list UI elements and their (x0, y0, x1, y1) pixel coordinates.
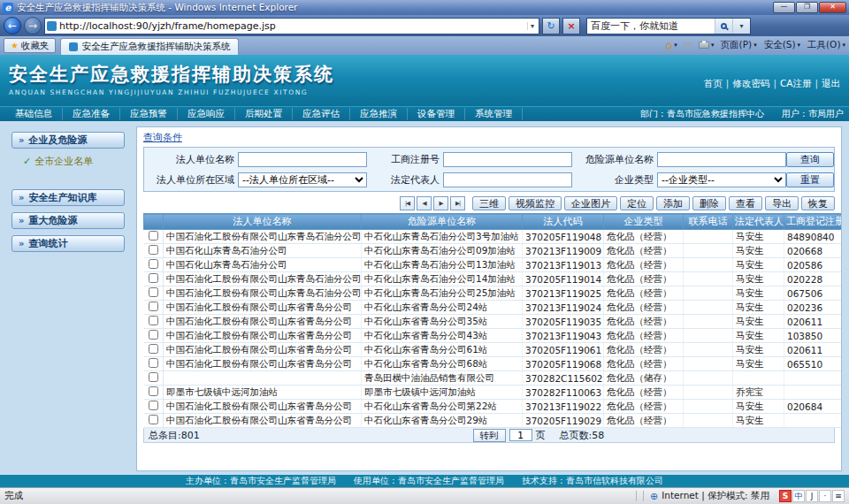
paging-button[interactable]: ▶ (433, 196, 448, 210)
cell-representative: 乔宪宝 (733, 386, 784, 400)
search-box[interactable]: ▾ (586, 18, 751, 34)
search-button[interactable] (715, 19, 732, 34)
row-checkbox[interactable] (149, 358, 158, 368)
ime-icon[interactable]: J (806, 490, 818, 502)
sidebar-item-query-statistics[interactable]: » 查询统计 (11, 235, 125, 252)
menu-item[interactable]: 应急准备 (63, 108, 120, 120)
favorites-button[interactable]: ★ 收藏夹 (4, 38, 56, 53)
hazard-name-input[interactable] (657, 152, 786, 167)
row-checkbox[interactable] (149, 330, 158, 340)
address-bar[interactable]: ▾ (44, 18, 539, 34)
row-checkbox[interactable] (149, 372, 158, 382)
row-checkbox[interactable] (149, 245, 158, 255)
toolbar-button[interactable]: 查看 (729, 196, 762, 210)
table-row: 即墨市七级镇中远河加油站 即墨市七级镇中远河加油站 370282F110063 … (144, 386, 843, 400)
toolbar-button[interactable]: 企业图片 (564, 196, 617, 210)
cell-legal-code: 370205F119068 (523, 357, 604, 371)
header-link[interactable]: 首页 (704, 78, 723, 90)
menu-item[interactable]: 系统管理 (465, 108, 523, 120)
menu-item[interactable]: 设备管理 (408, 108, 465, 120)
main-content: 查询条件 法人单位名称 工商注册号 危险源单位名称 查询 法人单位所在区域 --… (136, 126, 842, 471)
forward-button[interactable]: → (24, 17, 42, 34)
row-checkbox[interactable] (149, 316, 158, 325)
maximize-button[interactable]: ❐ (796, 2, 818, 13)
column-header: 危险源单位名称 (362, 214, 523, 230)
row-checkbox[interactable] (149, 415, 158, 424)
menu-item[interactable]: 后期处置 (235, 108, 293, 120)
sidebar-item-city-enterprise-list[interactable]: ✓ 全市企业名单 (11, 155, 125, 168)
representative-input[interactable] (443, 172, 572, 187)
column-header: 法人单位名称 (164, 214, 362, 230)
ime-icon[interactable]: · (819, 490, 831, 502)
cell-legal-code: 370213F119009 (523, 244, 604, 258)
cell-hazard-name: 中石化山东省青岛分公司68站 (362, 357, 523, 371)
row-checkbox[interactable] (149, 231, 158, 241)
stop-button[interactable]: × (562, 18, 580, 34)
address-dropdown-icon[interactable]: ▾ (527, 22, 537, 30)
toolbar-button[interactable]: 三维 (472, 196, 506, 210)
header-link[interactable]: 退出 (811, 78, 840, 90)
refresh-button[interactable]: ↻ (542, 18, 560, 34)
row-checkbox-cell (144, 230, 164, 244)
cell-legal-name: 中国石化山东青岛石油分公司 (164, 258, 362, 272)
menu-item[interactable]: 应急响应 (178, 108, 235, 120)
cell-representative: 马安生 (733, 329, 784, 343)
command-button[interactable]: 工具(O)▾ (807, 39, 845, 51)
cell-phone (684, 272, 733, 286)
toolbar-button[interactable]: 导出 (765, 196, 799, 210)
print-button[interactable]: ▾ (699, 42, 715, 49)
sidebar-item-major-hazard[interactable]: » 重大危险源 (11, 212, 125, 229)
menu-item[interactable]: 应急预警 (120, 108, 178, 120)
menu-item[interactable]: 基础信息 (5, 108, 63, 120)
toolbar-button[interactable]: 添加 (656, 196, 690, 210)
row-checkbox[interactable] (149, 386, 158, 396)
sidebar-item-knowledge-base[interactable]: » 安全生产知识库 (11, 189, 125, 206)
ime-icon[interactable]: S (779, 490, 792, 502)
paging-button[interactable]: ▶| (450, 196, 465, 210)
command-button[interactable]: 页面(P)▾ (721, 39, 757, 51)
page-tab[interactable]: 安全生产应急救援指挥辅助决策系统 (60, 38, 239, 55)
paging-button[interactable]: |◀ (400, 196, 415, 210)
cell-hazard-name: 即墨市七级镇中远河加油站 (362, 386, 523, 400)
region-select[interactable]: --法人单位所在区域-- (238, 172, 367, 187)
search-input[interactable] (587, 20, 715, 31)
query-section-title[interactable]: 查询条件 (143, 131, 182, 144)
url-input[interactable] (59, 20, 524, 32)
row-checkbox[interactable] (149, 273, 158, 283)
row-checkbox[interactable] (149, 302, 158, 311)
toolbar-button[interactable]: 恢复 (801, 196, 835, 210)
cell-legal-code: 370282F110063 (523, 386, 604, 400)
header-link[interactable]: 修改密码 (723, 78, 770, 90)
header-link[interactable]: CA注册 (769, 78, 811, 90)
enterprise-type-select[interactable]: --企业类型-- (657, 172, 786, 187)
ime-icon[interactable]: 中 (792, 490, 805, 502)
row-checkbox[interactable] (149, 259, 158, 269)
close-button[interactable]: ✕ (819, 2, 846, 13)
sidebar-item-label: 全市企业名单 (34, 155, 93, 168)
legal-name-input[interactable] (238, 152, 367, 167)
minimize-button[interactable]: — (773, 2, 795, 13)
status-bar: 完成 ⊕ Internet | 保护模式: 禁用 S中J·≡ (0, 487, 849, 504)
business-reg-input[interactable] (443, 152, 572, 167)
row-checkbox[interactable] (149, 401, 158, 410)
sidebar-item-enterprise-hazard[interactable]: » 企业及危险源 (11, 132, 125, 149)
toolbar-button[interactable]: 定位 (620, 196, 654, 210)
page-number-input[interactable] (509, 429, 532, 441)
home-button[interactable]: ⌂▾ (666, 40, 677, 50)
row-checkbox[interactable] (149, 344, 158, 354)
goto-page-button[interactable]: 转到 (473, 429, 506, 442)
command-button[interactable]: 安全(S)▾ (764, 39, 800, 51)
back-button[interactable]: ← (4, 17, 21, 34)
menu-item[interactable]: 应急评估 (293, 108, 350, 120)
toolbar-button[interactable]: 视频监控 (509, 196, 562, 210)
row-checkbox[interactable] (149, 287, 158, 297)
cell-registration-no: 020228 (784, 272, 843, 286)
menu-item[interactable]: 应急推演 (350, 108, 408, 120)
paging-button[interactable]: ◀ (417, 196, 432, 210)
search-submit-button[interactable]: 查询 (786, 152, 834, 167)
feed-icon[interactable]: ▤ (684, 40, 692, 50)
toolbar-button[interactable]: 删除 (692, 196, 726, 210)
ime-icon[interactable]: ≡ (832, 490, 845, 502)
reset-button[interactable]: 重置 (786, 172, 834, 187)
search-dropdown-icon[interactable]: ▾ (732, 19, 750, 34)
